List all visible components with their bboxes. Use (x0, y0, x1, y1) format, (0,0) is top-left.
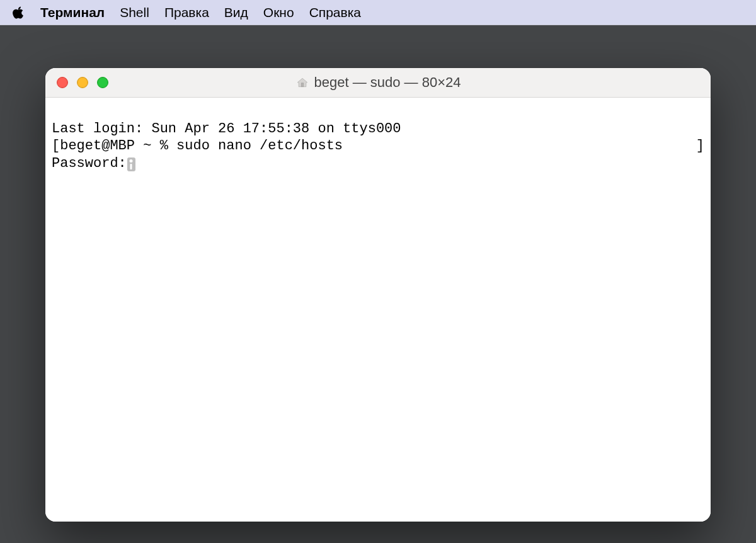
window-titlebar[interactable]: beget — sudo — 80×24 (45, 68, 711, 98)
terminal-line-password: Password: (52, 155, 704, 173)
prompt-close-bracket: ] (696, 137, 704, 155)
traffic-lights (57, 77, 108, 88)
menubar-app-name[interactable]: Терминал (40, 5, 105, 20)
menubar-item-help[interactable]: Справка (309, 5, 361, 20)
terminal-line-last-login: Last login: Sun Apr 26 17:55:38 on ttys0… (52, 120, 704, 138)
svg-rect-0 (301, 83, 303, 87)
prompt-open-bracket: [ (52, 138, 60, 154)
home-icon (295, 76, 309, 89)
menubar-item-view[interactable]: Вид (224, 5, 248, 20)
key-cursor-icon (127, 157, 135, 171)
terminal-viewport[interactable]: Last login: Sun Apr 26 17:55:38 on ttys0… (45, 98, 711, 522)
menubar-item-shell[interactable]: Shell (120, 5, 149, 20)
window-title-text: beget — sudo — 80×24 (314, 74, 461, 91)
window-title: beget — sudo — 80×24 (45, 74, 711, 91)
window-close-button[interactable] (57, 77, 68, 88)
window-zoom-button[interactable] (97, 77, 108, 88)
menubar-item-edit[interactable]: Правка (164, 5, 209, 20)
prompt-text: beget@MBP ~ % sudo nano /etc/hosts (60, 138, 343, 154)
apple-logo-icon[interactable] (11, 6, 25, 20)
password-label: Password: (52, 156, 127, 171)
menubar-item-window[interactable]: Окно (263, 5, 294, 20)
terminal-line-prompt: [beget@MBP ~ % sudo nano /etc/hosts] (52, 137, 704, 155)
window-minimize-button[interactable] (77, 77, 88, 88)
macos-menubar: Терминал Shell Правка Вид Окно Справка (0, 0, 756, 25)
terminal-window: beget — sudo — 80×24 Last login: Sun Apr… (45, 68, 711, 522)
